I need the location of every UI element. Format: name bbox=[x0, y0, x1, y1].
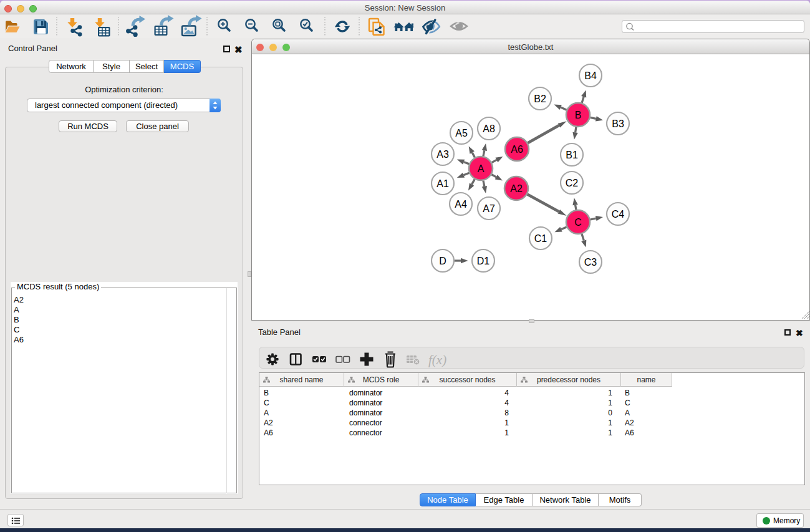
svg-text:A8: A8 bbox=[483, 123, 495, 134]
svg-text:C: C bbox=[574, 217, 582, 228]
svg-text:C3: C3 bbox=[584, 257, 597, 268]
svg-text:f(x): f(x) bbox=[428, 352, 446, 367]
svg-text:A5: A5 bbox=[455, 128, 468, 138]
svg-text:A6: A6 bbox=[511, 144, 523, 155]
svg-text:B1: B1 bbox=[566, 150, 578, 160]
svg-text:D1: D1 bbox=[477, 256, 490, 266]
svg-text:B4: B4 bbox=[584, 70, 597, 81]
svg-text:A4: A4 bbox=[455, 199, 467, 210]
svg-text:B3: B3 bbox=[612, 118, 624, 129]
svg-text:C2: C2 bbox=[566, 178, 579, 188]
svg-text:A: A bbox=[478, 163, 485, 174]
svg-text:A1: A1 bbox=[436, 178, 449, 189]
svg-text:B2: B2 bbox=[534, 94, 546, 104]
svg-text:A3: A3 bbox=[436, 149, 449, 160]
svg-text:C4: C4 bbox=[612, 209, 625, 220]
svg-text:B: B bbox=[575, 110, 582, 120]
svg-text:D: D bbox=[439, 256, 446, 266]
svg-text:A2: A2 bbox=[510, 183, 523, 194]
svg-text:C1: C1 bbox=[534, 233, 547, 244]
svg-text:A7: A7 bbox=[483, 203, 495, 214]
